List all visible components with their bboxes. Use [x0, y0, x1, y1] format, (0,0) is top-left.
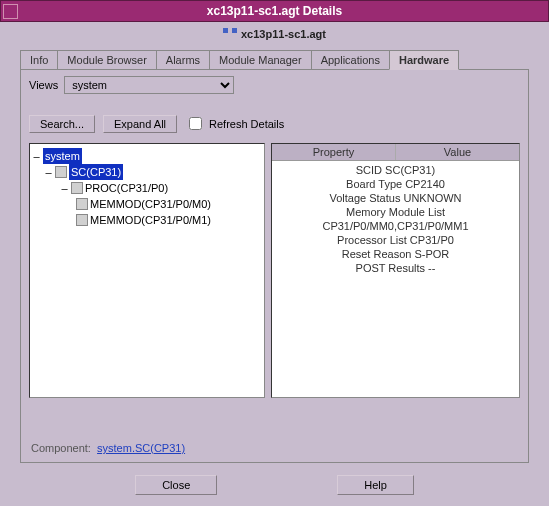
hardware-tree: – system – SC(CP31) – PROC(CP31/P0): [30, 144, 264, 232]
col-property[interactable]: Property: [272, 144, 395, 160]
tree-node-mem0[interactable]: MEMMOD(CP31/P0/M0): [32, 196, 262, 212]
window-menu-icon[interactable]: [3, 4, 18, 19]
tree-node-proc[interactable]: – PROC(CP31/P0): [32, 180, 262, 196]
tabs-row: Info Module Browser Alarms Module Manage…: [0, 46, 549, 69]
tree-node-mem0-label: MEMMOD(CP31/P0/M0): [90, 196, 211, 212]
proc-icon: [71, 182, 83, 194]
prop-row[interactable]: POST Results --: [272, 261, 519, 275]
prop-row[interactable]: Memory Module List CP31/P0/MM0,CP31/P0/M…: [272, 205, 519, 233]
tab-module-manager[interactable]: Module Manager: [209, 50, 312, 69]
properties-pane: Property Value SCID SC(CP31) Board Type …: [271, 143, 520, 398]
bottom-buttons: Close Help: [0, 467, 549, 506]
collapse-icon[interactable]: –: [60, 184, 69, 193]
tree-root-label: system: [43, 148, 82, 164]
prop-row[interactable]: Voltage Status UNKNOWN: [272, 191, 519, 205]
window-title: xc13p11-sc1.agt Details: [207, 4, 342, 18]
prop-row[interactable]: SCID SC(CP31): [272, 163, 519, 177]
component-link[interactable]: system.SC(CP31): [97, 442, 185, 454]
tree-node-mem1-label: MEMMOD(CP31/P0/M1): [90, 212, 211, 228]
collapse-icon[interactable]: –: [44, 168, 53, 177]
component-label: Component:: [31, 442, 91, 454]
expand-all-button[interactable]: Expand All: [103, 115, 177, 133]
tree-node-proc-label: PROC(CP31/P0): [85, 180, 168, 196]
subtitle-text: xc13p11-sc1.agt: [241, 28, 326, 40]
tree-node-sc-label: SC(CP31): [69, 164, 123, 180]
views-label: Views: [29, 79, 58, 91]
details-window: xc13p11-sc1.agt Details xc13p11-sc1.agt …: [0, 0, 549, 506]
views-select[interactable]: system: [64, 76, 234, 94]
search-button[interactable]: Search...: [29, 115, 95, 133]
refresh-details-checkbox[interactable]: Refresh Details: [185, 114, 284, 133]
tree-root[interactable]: – system: [32, 148, 262, 164]
toolbar: Search... Expand All Refresh Details: [29, 114, 520, 133]
prop-row[interactable]: Board Type CP2140: [272, 177, 519, 191]
tab-alarms[interactable]: Alarms: [156, 50, 210, 69]
tree-node-mem1[interactable]: MEMMOD(CP31/P0/M1): [32, 212, 262, 228]
mem-icon: [76, 214, 88, 226]
col-value[interactable]: Value: [395, 144, 519, 160]
hardware-panel: Views system Search... Expand All Refres…: [20, 69, 529, 463]
views-row: Views system: [29, 76, 520, 94]
subtitle-bar: xc13p11-sc1.agt: [0, 22, 549, 46]
help-button[interactable]: Help: [337, 475, 414, 495]
tab-module-browser[interactable]: Module Browser: [57, 50, 156, 69]
tree-pane[interactable]: – system – SC(CP31) – PROC(CP31/P0): [29, 143, 265, 398]
board-icon: [55, 166, 67, 178]
host-icon: [223, 28, 237, 40]
properties-body: SCID SC(CP31) Board Type CP2140 Voltage …: [272, 161, 519, 277]
prop-row[interactable]: Reset Reason S-POR: [272, 247, 519, 261]
collapse-icon[interactable]: –: [32, 152, 41, 161]
prop-row[interactable]: Processor List CP31/P0: [272, 233, 519, 247]
properties-header: Property Value: [272, 144, 519, 161]
component-row: Component: system.SC(CP31): [31, 442, 185, 454]
tab-info[interactable]: Info: [20, 50, 58, 69]
tab-applications[interactable]: Applications: [311, 50, 390, 69]
refresh-checkbox-input[interactable]: [189, 117, 202, 130]
tree-node-sc[interactable]: – SC(CP31): [32, 164, 262, 180]
close-button[interactable]: Close: [135, 475, 217, 495]
titlebar[interactable]: xc13p11-sc1.agt Details: [0, 0, 549, 22]
split-panes: – system – SC(CP31) – PROC(CP31/P0): [29, 143, 520, 398]
refresh-label: Refresh Details: [209, 118, 284, 130]
mem-icon: [76, 198, 88, 210]
tab-hardware[interactable]: Hardware: [389, 50, 459, 70]
